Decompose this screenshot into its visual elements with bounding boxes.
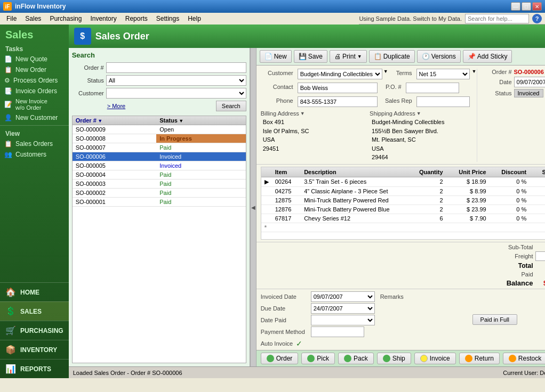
paid-in-full-button[interactable]: Paid in Full: [472, 314, 517, 325]
nav-home[interactable]: 🏠 HOME: [0, 282, 69, 301]
status-col-header[interactable]: Status: [156, 116, 245, 125]
row-indicator-col: [261, 167, 272, 177]
billing-address-arrow: ▼: [300, 111, 305, 116]
freight-input[interactable]: [535, 251, 545, 261]
invoice-workflow-btn[interactable]: Invoice: [414, 353, 456, 364]
more-link[interactable]: > More: [72, 103, 126, 109]
shipping-address-label: Shipping Address: [370, 110, 415, 117]
menu-inventory[interactable]: Inventory: [86, 14, 121, 23]
maximize-button[interactable]: □: [522, 2, 531, 11]
sidebar-item-new-customer[interactable]: 👤 New Customer: [0, 112, 69, 123]
versions-button[interactable]: 🕐 Versions: [417, 50, 461, 63]
table-row[interactable]: SO-000007Paid: [73, 143, 246, 152]
terms-select[interactable]: Net 15: [416, 69, 470, 79]
help-button[interactable]: ?: [532, 14, 542, 23]
line-item-row[interactable]: 12875Mini-Truck Battery Powered Red2$ 23…: [261, 195, 545, 205]
order-info-panel: Order # SO-000006 Date 09/07/2007 Status…: [477, 69, 545, 162]
po-input[interactable]: [406, 83, 459, 93]
po-label: P.O. #: [380, 83, 404, 90]
table-row[interactable]: SO-000009Open: [73, 125, 246, 134]
customer-search-select[interactable]: [106, 88, 246, 99]
status-search-select[interactable]: All Open In Progress Paid Invoiced: [106, 75, 246, 86]
subtotal-col-header[interactable]: Sub-Total: [530, 167, 545, 177]
order-search-input[interactable]: [106, 62, 246, 73]
invoiced-date-input[interactable]: 09/07/2007: [311, 291, 375, 302]
minimize-button[interactable]: —: [511, 2, 520, 11]
new-button[interactable]: 📄 New: [260, 50, 292, 63]
sidebar-item-label: Process Orders: [13, 77, 58, 84]
freight-label: Freight: [507, 252, 533, 260]
nav-purchasing[interactable]: 🛒 PURCHASING: [0, 321, 69, 340]
sidebar-item-invoice-orders[interactable]: 📑 Invoice Orders: [0, 86, 69, 96]
pick-workflow-btn[interactable]: Pick: [301, 353, 335, 364]
auto-invoice-check: ✓: [296, 339, 302, 348]
nav-sales[interactable]: 💲 SALES: [0, 301, 69, 321]
order-workflow-btn[interactable]: Order: [261, 353, 299, 364]
table-row[interactable]: SO-000001Paid: [73, 198, 246, 207]
subtotal-label: Sub-Total: [507, 243, 533, 251]
description-cell: Mini-Truck Battery Powered Red: [301, 195, 407, 205]
menu-settings[interactable]: Settings: [152, 14, 183, 23]
quantity-col-header[interactable]: Quantity: [407, 167, 446, 177]
terms-dropdown-icon: ▼: [472, 69, 477, 74]
phone-input[interactable]: [298, 96, 378, 107]
line-item-row[interactable]: 12876Mini-Truck Battery Powered Blue2$ 2…: [261, 205, 545, 214]
due-date-input[interactable]: 24/07/2007: [311, 303, 375, 314]
table-row[interactable]: SO-000002Paid: [73, 189, 246, 198]
payment-method-input[interactable]: [311, 326, 364, 337]
subtotal-cell: $ 47.40: [530, 214, 545, 223]
sidebar-item-process-orders[interactable]: ⚙ Process Orders: [0, 75, 69, 86]
description-col-header[interactable]: Description: [301, 167, 407, 177]
sidebar-item-label: New Invoicew/o Order: [15, 98, 47, 111]
customer-select[interactable]: Budget-Minding Collectibles: [298, 69, 382, 79]
search-help-input[interactable]: [465, 14, 529, 23]
sidebar-item-new-quote[interactable]: 📄 New Quote: [0, 54, 69, 64]
menu-help[interactable]: Help: [183, 14, 205, 23]
table-row[interactable]: SO-000005Invoiced: [73, 161, 246, 170]
new-line-item-row[interactable]: *: [261, 223, 545, 232]
save-button[interactable]: 💾 Save: [294, 50, 327, 63]
sidebar-item-sales-orders[interactable]: 📋 Sales Orders: [0, 138, 69, 149]
nav-reports[interactable]: 📊 REPORTS: [0, 359, 69, 378]
duplicate-button[interactable]: 📋 Duplicate: [369, 50, 415, 63]
print-button[interactable]: 🖨 Print ▼: [330, 50, 367, 63]
unit-price-col-header[interactable]: Unit Price: [446, 167, 490, 177]
order-number-value: SO-000006: [514, 69, 544, 75]
table-row[interactable]: SO-000006Invoiced: [73, 152, 246, 161]
collapse-handle[interactable]: ◀: [250, 48, 257, 366]
order-col-header[interactable]: Order #: [73, 116, 157, 125]
menu-sales[interactable]: Sales: [21, 14, 45, 23]
inventory-icon: 📦: [5, 345, 16, 355]
item-col-header[interactable]: Item: [272, 167, 301, 177]
payment-method-row: Payment Method: [261, 326, 416, 337]
close-button[interactable]: ✕: [532, 2, 542, 11]
menu-reports[interactable]: Reports: [121, 14, 152, 23]
contact-input[interactable]: [298, 83, 378, 93]
restock-workflow-btn[interactable]: Restock: [503, 353, 545, 364]
date-input[interactable]: 09/07/2007: [514, 77, 545, 87]
pack-workflow-btn[interactable]: Pack: [338, 353, 374, 364]
table-row[interactable]: SO-000004Paid: [73, 170, 246, 179]
return-workflow-btn[interactable]: Return: [459, 353, 500, 364]
sidebar-item-new-order[interactable]: 📋 New Order: [0, 64, 69, 75]
table-row[interactable]: SO-000008In Progress: [73, 134, 246, 143]
sales-rep-input[interactable]: [416, 96, 470, 107]
line-item-row[interactable]: 67817Chevy Series #126$ 7.900 %$ 47.40: [261, 214, 545, 223]
line-item-row[interactable]: ▶002643.5" Train Set - 6 pieces2$ 18.990…: [261, 177, 545, 186]
ship-wf-icon: [383, 355, 390, 362]
search-button[interactable]: Search: [216, 101, 246, 111]
date-paid-input[interactable]: [311, 315, 375, 325]
sidebar-item-new-invoice[interactable]: 📝 New Invoicew/o Order: [0, 96, 69, 112]
total-value: $ 199.32: [535, 262, 545, 270]
nav-inventory[interactable]: 📦 INVENTORY: [0, 340, 69, 359]
discount-col-header[interactable]: Discount: [490, 167, 530, 177]
status-search-label: Status: [72, 77, 104, 84]
sidebar-item-customers[interactable]: 👥 Customers: [0, 149, 69, 160]
menu-file[interactable]: File: [2, 14, 21, 23]
add-sticky-button[interactable]: 📌 Add Sticky: [463, 50, 512, 63]
menu-purchasing[interactable]: Purchasing: [45, 14, 86, 23]
sidebar-item-label: Invoice Orders: [15, 87, 57, 95]
ship-workflow-btn[interactable]: Ship: [377, 353, 411, 364]
line-item-row[interactable]: 042754" Classic Airplane - 3 Piece Set2$…: [261, 186, 545, 195]
table-row[interactable]: SO-000003Paid: [73, 179, 246, 189]
